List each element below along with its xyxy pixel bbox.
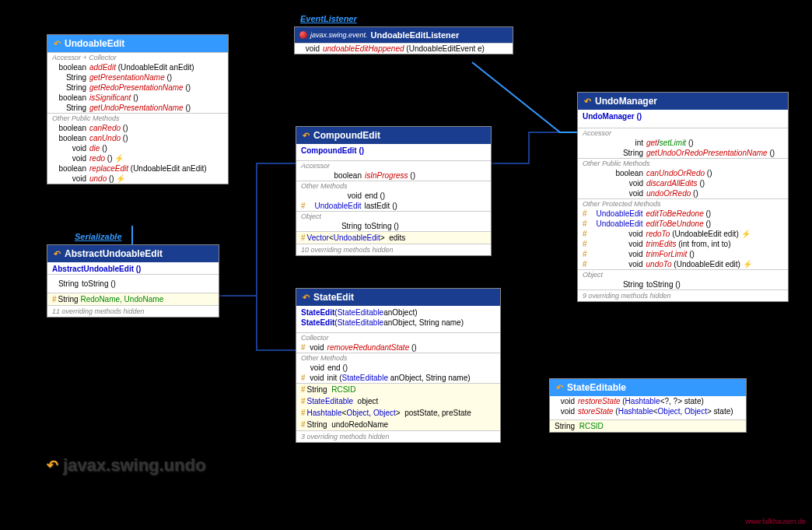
ctor-abstract: AbstractUndoableEdit () [52, 265, 141, 273]
fields-compound: #Vector<UndoableEdit> edits [296, 231, 491, 244]
title-stateedit: StateEdit [313, 292, 354, 303]
header-undomanager: ↶ UndoManager [578, 93, 788, 110]
box-undoableedit: ↶ UndoableEdit Accessor + Collector bool… [47, 34, 229, 184]
package-icon: ↶ [47, 457, 58, 474]
header-listener: javax.swing.event.UndoableEditListener [295, 27, 513, 43]
listener-title: UndoableEditListener [371, 30, 460, 40]
title-abstract: AbstractUndoableEdit [65, 248, 163, 259]
section-other: Other Public Methods [47, 113, 228, 123]
box-undomanager: ↶ UndoManager UndoManager () Accessor in… [577, 92, 789, 302]
header-undoableedit: ↶ UndoableEdit [47, 35, 228, 52]
class-icon: ↶ [583, 97, 592, 106]
package-title: ↶ javax.swing.undo [47, 455, 205, 476]
header-stateedit: ↶ StateEdit [296, 289, 500, 306]
stereotype-eventlistener: EventListener [300, 14, 357, 23]
header-compound: ↶ CompoundEdit [296, 127, 491, 144]
box-abstractundoableedit: ↶ AbstractUndoableEdit AbstractUndoableE… [47, 244, 219, 318]
title-stateeditable: StateEditable [567, 382, 626, 393]
title-undoableedit: UndoableEdit [65, 38, 124, 49]
package-name: javax.swing.undo [63, 455, 205, 476]
credit-text: www.falkhausen.de [745, 518, 806, 525]
class-icon: ↶ [301, 293, 310, 302]
box-listener: javax.swing.event.UndoableEditListener v… [294, 26, 513, 54]
fields-abstract: #String String RedoName, UndoNameRedoNam… [47, 293, 219, 305]
class-icon: ↶ [52, 249, 61, 258]
box-compoundedit: ↶ CompoundEdit CompoundEdit () Accessor … [296, 126, 492, 256]
title-undomanager: UndoManager [595, 96, 657, 107]
class-icon: ↶ [301, 131, 310, 140]
hidden-abstract: 11 overriding methods hidden [47, 305, 219, 317]
header-stateeditable: ↶ StateEditable [550, 379, 746, 396]
section-accessor: Accessor + Collector [47, 52, 228, 62]
header-abstract: ↶ AbstractUndoableEdit [47, 245, 219, 262]
stereotype-serializable: Serializable [75, 232, 122, 241]
title-compound: CompoundEdit [313, 130, 380, 141]
interface-icon: ↶ [52, 39, 61, 48]
interface-icon: ↶ [555, 383, 564, 392]
listener-icon [299, 31, 307, 39]
box-stateedit: ↶ StateEdit StateEdit (StateEditable anO… [296, 288, 501, 443]
listener-pkg: javax.swing.event. [310, 31, 368, 39]
box-stateeditable: ↶ StateEditable voidrestoreState (Hashta… [549, 378, 747, 433]
